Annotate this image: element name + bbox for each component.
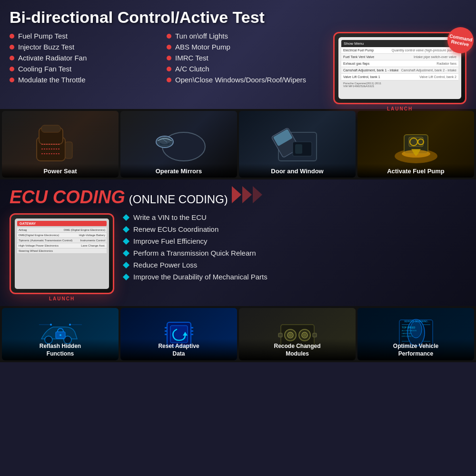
main-title: Bi-directional Control/Active Test <box>10 9 466 26</box>
tablet-row: Electrical Fuel Pump Quantity control va… <box>341 47 458 54</box>
ecu-feature-vin: Write a VIN to the ECU <box>124 213 466 221</box>
tablet-screen: Show Menu ▣ ✕ Electrical Fuel Pump Quant… <box>338 37 461 99</box>
bullet-dot <box>10 78 14 82</box>
bullet-dot <box>167 45 171 50</box>
svg-text:EFFICIENCY: EFFICIENCY <box>402 335 413 337</box>
svg-rect-36 <box>165 334 167 335</box>
ecu-feature-durability: Improve the Durability of Mechanical Par… <box>124 273 466 281</box>
ecu-features-list: Write a VIN to the ECU Renew ECUs Coordi… <box>124 213 466 281</box>
ecu-arrows <box>232 186 262 203</box>
bullet-dot <box>10 67 14 71</box>
door-label: Door and Window <box>239 164 356 178</box>
diamond-icon <box>123 262 129 268</box>
tablet-row: Valve Lift Control, bank 1 Valve Lift Co… <box>341 74 458 80</box>
feature-injector: Injector Buzz Test <box>10 43 167 51</box>
ecu-screen-row: DME(Digital Engine Electronics) High-Vol… <box>17 233 107 238</box>
ecu-brand-label: LAUNCH <box>10 296 114 301</box>
power-seat-card: Power Seat <box>2 111 119 178</box>
reset-label: Reset Adaptive Data <box>120 339 237 360</box>
ecu-screen-row: High-Voltage Power Electronics Lane Chan… <box>17 243 107 248</box>
svg-text:TOP SPEED: TOP SPEED <box>402 326 416 329</box>
ecu-screen-row: Airbag DME (Digital Engine Electronics) <box>17 228 107 233</box>
mirrors-card: Operate Mirrors <box>120 111 237 178</box>
bullet-dot <box>167 34 171 39</box>
feature-radiator: Activate Radiator Fan <box>10 54 167 62</box>
ecu-section: ECU CODING (ONLINE CODING) GATEWAY Airba… <box>0 179 476 306</box>
door-svg <box>269 123 326 166</box>
diamond-icon <box>123 250 129 257</box>
power-seat-label: Power Seat <box>2 164 119 178</box>
ecu-tablet: GATEWAY Airbag DME (Digital Engine Elect… <box>10 213 114 301</box>
diamond-icon <box>123 226 129 233</box>
svg-point-26 <box>60 334 61 336</box>
ecu-screen-header: GATEWAY <box>17 221 107 226</box>
tablet-header: Show Menu ▣ ✕ <box>341 40 458 47</box>
ecu-feature-transmission: Perform a Transmission Quick Relearn <box>124 249 466 257</box>
bullet-dot <box>167 56 171 60</box>
svg-rect-35 <box>165 330 167 332</box>
optimize-label: Optimize Vehicle Performance <box>357 339 474 360</box>
diamond-icon <box>123 274 129 280</box>
reset-card: Reset Adaptive Data <box>120 308 237 360</box>
svg-rect-38 <box>191 330 193 332</box>
door-card: Door and Window <box>239 111 356 178</box>
svg-rect-37 <box>191 327 193 328</box>
mirrors-label: Operate Mirrors <box>120 164 237 178</box>
svg-point-48 <box>303 333 307 337</box>
bullet-dot <box>10 34 14 39</box>
tablet-row: Camshaft Adjustment, bank 1 - intake Cam… <box>341 67 458 74</box>
feature-cooling: Cooling Fan Test <box>10 65 167 73</box>
bullet-dot <box>10 45 14 50</box>
ecu-screen-row: Steering Wheel Electronics <box>17 248 107 254</box>
ecu-title-bold: ECU CODING <box>10 187 125 208</box>
optimize-card: TOP SPEED ACCELERATION HANDLING EFFICIEN… <box>357 308 474 360</box>
svg-point-29 <box>50 324 52 326</box>
svg-rect-45 <box>278 333 282 337</box>
reflash-card: Reflash Hidden Functions <box>2 308 119 360</box>
bullet-dot <box>167 67 171 71</box>
arrow-icon <box>232 186 241 203</box>
feature-fuel-pump: Fuel Pump Test <box>10 32 167 40</box>
tablet-device: Show Menu ▣ ✕ Electrical Fuel Pump Quant… <box>333 32 466 104</box>
features-col-1: Fuel Pump Test Injector Buzz Test Activa… <box>10 32 167 104</box>
ecu-screen-row: Tiptronic (Automatic Transmission Contro… <box>17 238 107 243</box>
svg-text:VEHICLE SCANNING...: VEHICLE SCANNING... <box>404 320 429 323</box>
ecu-feature-power: Reduce Power Loss <box>124 261 466 269</box>
bullet-dot <box>10 56 14 60</box>
seat-svg <box>32 123 89 166</box>
feature-abs: ABS Motor Pump <box>167 43 324 51</box>
ecu-content: GATEWAY Airbag DME (Digital Engine Elect… <box>10 213 466 301</box>
svg-text:ACCELERATION: ACCELERATION <box>402 329 416 332</box>
tablet-area: Show Menu ▣ ✕ Electrical Fuel Pump Quant… <box>333 32 466 104</box>
svg-rect-39 <box>191 334 193 335</box>
arrow-icon <box>253 186 262 203</box>
svg-point-47 <box>288 333 292 337</box>
feature-throttle: Modulate the Throttle <box>10 76 167 84</box>
diamond-icon <box>123 214 129 221</box>
fuel-label: Activate Fuel Pump <box>357 164 474 178</box>
mirror-svg <box>150 123 208 166</box>
fuel-card: Activate Fuel Pump <box>357 111 474 178</box>
ecu-title-row: ECU CODING (ONLINE CODING) <box>10 186 466 208</box>
svg-rect-2 <box>65 142 72 159</box>
feature-lights: Tun on\off Lights <box>167 32 324 40</box>
arrow-icon <box>242 186 252 203</box>
feature-imrc: IMRC Test <box>167 54 324 62</box>
ecu-tablet-body: GATEWAY Airbag DME (Digital Engine Elect… <box>10 213 114 294</box>
ecu-feature-renew: Renew ECUs Coordination <box>124 225 466 233</box>
fuel-svg <box>387 123 445 166</box>
tablet-footer: Porsche Cayenne(2011) 2011 VW MF1466252&… <box>341 80 458 89</box>
recode-label: Recode Changed Modules <box>239 339 356 360</box>
ecu-tablet-screen: GATEWAY Airbag DME (Digital Engine Elect… <box>15 218 109 289</box>
features-col-2: Tun on\off Lights ABS Motor Pump IMRC Te… <box>167 32 324 104</box>
recode-card: Recode Changed Modules <box>239 308 356 360</box>
tablet-row: Fuel Tank Vent Valve Intake pipe switch-… <box>341 54 458 60</box>
svg-rect-46 <box>313 333 317 337</box>
top-section: Bi-directional Control/Active Test Fuel … <box>0 0 476 109</box>
bullet-dot <box>167 78 171 82</box>
svg-rect-3 <box>41 125 60 132</box>
tablet-row: Exhaust gas flaps Radiator fans <box>341 60 458 67</box>
middle-image-row: Power Seat Operate Mirrors <box>0 109 476 179</box>
svg-rect-34 <box>165 327 167 328</box>
svg-text:HANDLING: HANDLING <box>402 332 412 335</box>
